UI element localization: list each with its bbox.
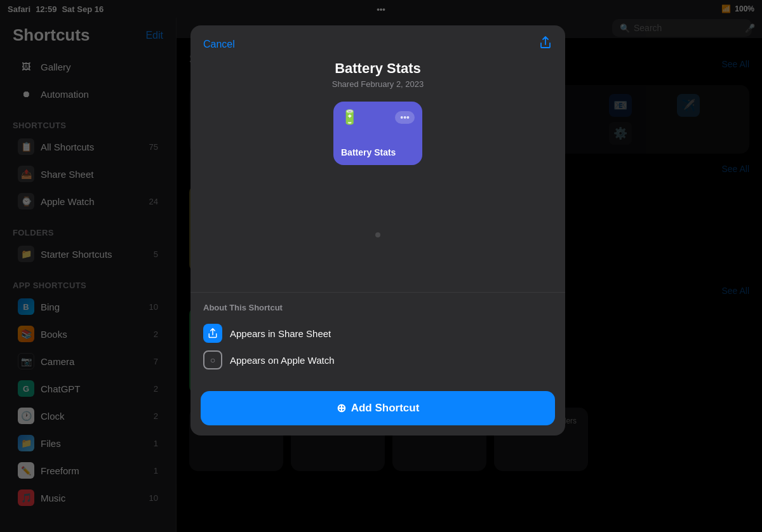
add-shortcut-button[interactable]: ⊕ Add Shortcut [201, 391, 555, 425]
appears-share-sheet-label: Appears in Share Sheet [230, 328, 331, 339]
about-title: About This Shortcut [203, 303, 552, 312]
shortcut-card-preview: 🔋 ••• Battery Stats [333, 102, 422, 165]
share-button[interactable] [538, 36, 552, 53]
modal-spacer [190, 178, 565, 292]
shortcut-card-container: 🔋 ••• Battery Stats [190, 102, 565, 178]
modal-title: Battery Stats [203, 60, 552, 77]
modal-header: Cancel [190, 25, 565, 53]
modal-subtitle: Shared February 2, 2023 [203, 79, 552, 89]
modal-dialog: Cancel Battery Stats Shared February 2, … [190, 25, 565, 436]
about-item-share-sheet: Appears in Share Sheet [203, 320, 552, 347]
about-item-apple-watch: ○ Appears on Apple Watch [203, 347, 552, 373]
add-shortcut-label: Add Shortcut [351, 402, 420, 415]
shortcut-card-top: 🔋 ••• [341, 109, 415, 126]
shortcut-more-button[interactable]: ••• [395, 111, 415, 124]
share-icon [538, 36, 552, 50]
add-shortcut-plus-icon: ⊕ [337, 401, 346, 415]
appears-share-sheet-icon [203, 324, 222, 343]
scroll-indicator-dot [375, 232, 380, 237]
cancel-button[interactable]: Cancel [203, 39, 235, 50]
shortcut-card-name: Battery Stats [341, 147, 415, 157]
modal-about-section: About This Shortcut Appears in Share She… [190, 292, 565, 383]
modal-title-section: Battery Stats Shared February 2, 2023 [190, 53, 565, 102]
appears-apple-watch-icon: ○ [203, 350, 222, 369]
appears-apple-watch-label: Appears on Apple Watch [230, 355, 335, 366]
modal-footer: ⊕ Add Shortcut [190, 383, 565, 436]
battery-icon: 🔋 [341, 109, 358, 126]
